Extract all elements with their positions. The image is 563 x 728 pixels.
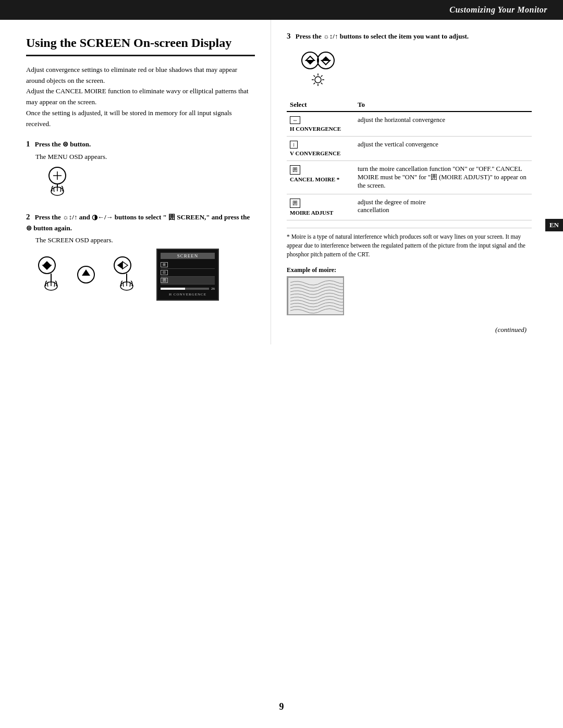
- table-cell-ma-desc: adjust the degree of moire cancellation: [354, 194, 532, 220]
- osd-row-selected: 囲: [161, 277, 215, 285]
- moire-image: [287, 276, 344, 315]
- svg-marker-29: [322, 60, 330, 65]
- table-col-select: Select: [287, 98, 354, 112]
- table-row: 囲 MOIRE ADJUST adjust the degree of moir…: [287, 194, 532, 220]
- svg-line-36: [321, 82, 323, 84]
- header-title: Customizing Your Monitor: [449, 5, 547, 15]
- table-row: 囲 CANCEL MOIRE * turn the moire cancella…: [287, 161, 532, 194]
- table-row: ↕ V CONVERGENCE adjust the vertical conv…: [287, 136, 532, 161]
- step1-header: 1 Press the ⊜ button.: [26, 138, 255, 150]
- osd-slider-fill: [161, 288, 185, 290]
- table-cell-v-desc: adjust the vertical convergence: [354, 136, 532, 161]
- svg-line-35: [314, 75, 315, 77]
- moire-adj-icon: 囲: [290, 199, 300, 208]
- page-number: 9: [279, 701, 284, 712]
- step3-text: Press the ☼↕/↑ buttons to select the ite…: [296, 32, 469, 40]
- svg-marker-26: [306, 60, 314, 65]
- step3-header: 3 Press the ☼↕/↑ buttons to select the i…: [287, 30, 532, 42]
- step1-hand-svg: [42, 165, 73, 202]
- step2-number: 2: [26, 213, 30, 221]
- table-row: ↔ H CONVERGENCE adjust the horizontal co…: [287, 112, 532, 137]
- step2-illustration: SCREEN ⊞ ⊟ 囲 26: [31, 249, 255, 301]
- step3-illustration: [297, 47, 532, 89]
- step2-lr-btn-svg: [104, 254, 141, 295]
- osd-v-icon: ⊟: [161, 270, 168, 275]
- table-cell-cm-select: 囲 CANCEL MOIRE *: [287, 161, 354, 194]
- svg-marker-9: [43, 265, 51, 269]
- step-1: 1 Press the ⊜ button. The MENU OSD appea…: [26, 138, 255, 202]
- moire-svg: [288, 277, 344, 315]
- step2-desc: The SCREEN OSD appears.: [35, 236, 255, 244]
- table-cell-cm-desc: turn the moire cancellation function "ON…: [354, 161, 532, 194]
- continued-text: (continued): [287, 326, 532, 334]
- svg-line-37: [321, 75, 323, 77]
- svg-marker-14: [82, 269, 90, 276]
- right-column: 3 Press the ☼↕/↑ buttons to select the i…: [271, 20, 547, 344]
- step2-up-btn-svg: [73, 262, 99, 288]
- footnote: * Moire is a type of natural interferenc…: [287, 228, 532, 260]
- svg-marker-7: [43, 261, 51, 265]
- step3-svg: [297, 47, 339, 89]
- table-cell-h-desc: adjust the horizontal convergence: [354, 112, 532, 137]
- osd-slider-val: 26: [211, 287, 215, 291]
- svg-point-30: [315, 77, 321, 83]
- page-title: Using the SCREEN On-screen Display: [26, 35, 255, 56]
- moire-example: Example of moire:: [287, 266, 532, 315]
- osd-sel-icon: 囲: [161, 278, 168, 283]
- step1-number: 1: [26, 140, 30, 148]
- step3-number: 3: [287, 32, 291, 40]
- step1-illustration: [42, 165, 255, 202]
- osd-bottom-label: H CONVERGENCE: [161, 292, 215, 297]
- intro-para-3: Once the setting is adjusted, it will be…: [26, 108, 255, 130]
- select-table: Select To ↔ H CONVERGENCE adjust the hor…: [287, 98, 532, 220]
- step2-down-btn-svg: [31, 254, 68, 295]
- table-col-to: To: [354, 98, 532, 112]
- intro-text: Adjust convergence settings to eliminate…: [26, 65, 255, 130]
- osd-row-v: ⊟: [161, 269, 215, 277]
- osd-slider-bar: [161, 288, 209, 290]
- step2-text: Press the ☼↕/↑ and ◑←/→ buttons to selec…: [26, 213, 250, 232]
- table-cell-h-select: ↔ H CONVERGENCE: [287, 112, 354, 137]
- step1-desc: The MENU OSD appears.: [35, 153, 255, 161]
- v-conv-label: V CONVERGENCE: [290, 150, 351, 156]
- osd-title: SCREEN: [161, 253, 215, 259]
- footnote-text: * Moire is a type of natural interferenc…: [287, 232, 532, 260]
- step2-header: 2 Press the ☼↕/↑ and ◑←/→ buttons to sel…: [26, 211, 255, 233]
- step-2: 2 Press the ☼↕/↑ and ◑←/→ buttons to sel…: [26, 211, 255, 301]
- osd-screen: SCREEN ⊞ ⊟ 囲 26: [156, 249, 219, 301]
- en-badge: EN: [545, 219, 563, 231]
- step-3: 3 Press the ☼↕/↑ buttons to select the i…: [287, 30, 532, 89]
- svg-marker-20: [118, 262, 123, 268]
- moire-adj-label: MOIRE ADJUST: [290, 209, 351, 216]
- header-bar: Customizing Your Monitor: [0, 0, 563, 20]
- cancel-moire-icon: 囲: [290, 165, 300, 175]
- osd-row-h: ⊞: [161, 261, 215, 269]
- cancel-moire-label: CANCEL MOIRE *: [290, 176, 351, 182]
- v-conv-icon: ↕: [290, 141, 298, 149]
- left-column: Using the SCREEN On-screen Display Adjus…: [0, 20, 271, 344]
- h-conv-label: H CONVERGENCE: [290, 126, 351, 132]
- moire-adj-desc-1: adjust the degree of moire: [358, 199, 426, 206]
- svg-line-38: [314, 82, 315, 84]
- svg-marker-17: [123, 262, 128, 269]
- moire-example-label: Example of moire:: [287, 266, 532, 274]
- table-cell-v-select: ↕ V CONVERGENCE: [287, 136, 354, 161]
- svg-marker-28: [322, 56, 330, 60]
- step1-text: Press the ⊜ button.: [35, 140, 91, 148]
- intro-para-1: Adjust convergence settings to eliminate…: [26, 65, 255, 87]
- content-area: Using the SCREEN On-screen Display Adjus…: [0, 20, 563, 344]
- h-conv-icon: ↔: [290, 116, 300, 124]
- osd-h-icon: ⊞: [161, 262, 168, 267]
- intro-para-2: Adjust the CANCEL MOIRE function to elim…: [26, 86, 255, 108]
- osd-slider: 26: [161, 287, 215, 291]
- table-cell-ma-select: 囲 MOIRE ADJUST: [287, 194, 354, 220]
- svg-marker-25: [306, 56, 314, 60]
- moire-adj-desc-2: cancellation: [358, 206, 389, 214]
